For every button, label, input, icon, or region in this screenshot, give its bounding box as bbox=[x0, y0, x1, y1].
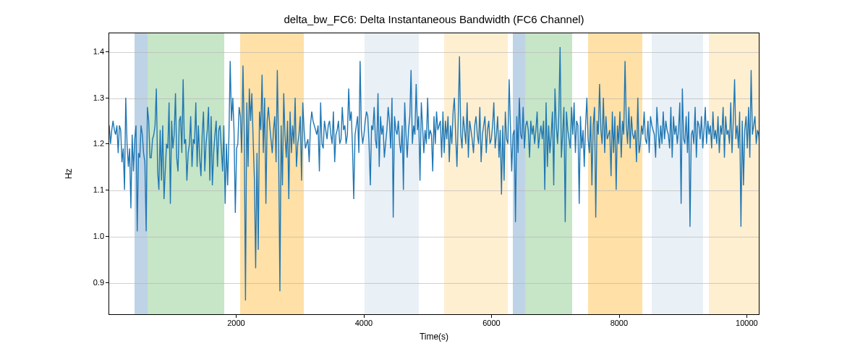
chart-title: delta_bw_FC6: Delta Instantaneous Bandwi… bbox=[0, 13, 868, 25]
chart: delta_bw_FC6: Delta Instantaneous Bandwi… bbox=[0, 0, 868, 362]
x-tick-label: 2000 bbox=[218, 319, 254, 327]
x-tick-label: 10000 bbox=[728, 319, 765, 327]
plot-area bbox=[109, 33, 760, 315]
y-tick-label: 1.1 bbox=[75, 185, 104, 194]
series-line bbox=[109, 33, 759, 314]
y-tick-label: 1.2 bbox=[75, 139, 104, 148]
x-tick-label: 4000 bbox=[346, 319, 382, 327]
x-tick-label: 6000 bbox=[473, 319, 509, 327]
x-axis-label: Time(s) bbox=[420, 332, 448, 342]
y-tick-label: 1.4 bbox=[75, 47, 104, 56]
y-tick-label: 1.0 bbox=[75, 232, 104, 240]
x-tick-label: 8000 bbox=[601, 319, 637, 327]
y-axis-label: Hz bbox=[64, 169, 74, 180]
y-tick-label: 0.9 bbox=[75, 278, 104, 287]
y-tick-label: 1.3 bbox=[75, 93, 104, 102]
